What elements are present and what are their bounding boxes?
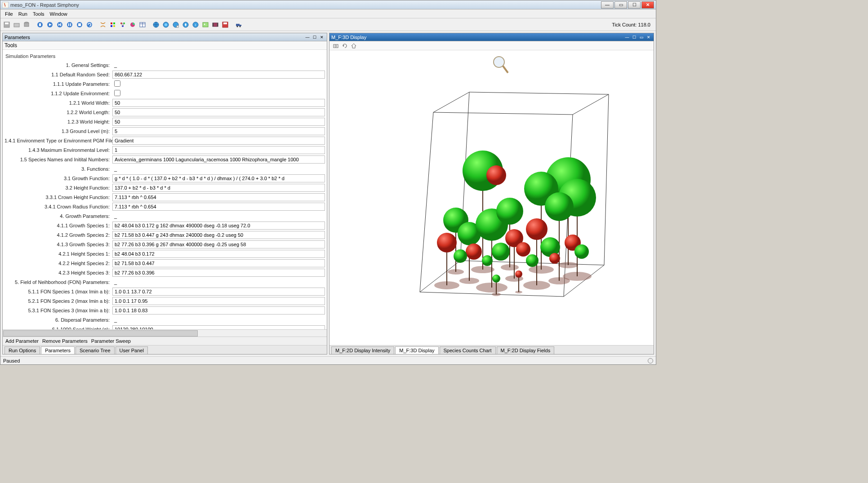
panel-close-icon[interactable]: ✕ <box>319 34 325 40</box>
param-label: 1.3 Ground Level (m): <box>4 129 112 134</box>
param-input[interactable] <box>112 222 325 230</box>
param-row: 1.1 Default Random Seed: <box>4 70 325 79</box>
panel-maximize-icon[interactable]: ☐ <box>631 34 637 40</box>
param-input[interactable] <box>112 174 325 182</box>
panel-restore-icon[interactable]: ▭ <box>638 34 645 40</box>
home-icon[interactable] <box>349 41 358 50</box>
tab-parameters[interactable]: Parameters <box>41 346 75 354</box>
video-icon[interactable] <box>211 20 220 29</box>
globe-icon-2[interactable] <box>161 20 170 29</box>
table-icon[interactable] <box>138 20 147 29</box>
panel-maximize-icon[interactable]: ☐ <box>312 34 318 40</box>
svg-point-52 <box>240 26 241 27</box>
chart-icon[interactable] <box>128 20 137 29</box>
remove-parameters-link[interactable]: Remove Parameters <box>42 338 88 344</box>
tab-scenario-tree[interactable]: Scenario Tree <box>76 346 114 354</box>
panel-close-icon[interactable]: ✕ <box>645 34 652 40</box>
stop-icon[interactable] <box>75 20 84 29</box>
step-icon[interactable] <box>55 20 64 29</box>
pause-icon[interactable] <box>65 20 74 29</box>
menu-file[interactable]: File <box>2 10 16 18</box>
minimize-button[interactable]: — <box>601 1 614 9</box>
play-icon[interactable] <box>45 20 54 29</box>
param-input[interactable] <box>112 203 325 211</box>
param-input[interactable] <box>112 250 325 258</box>
param-input[interactable] <box>112 259 325 267</box>
open-icon[interactable] <box>12 20 21 29</box>
tab-user-panel[interactable]: User Panel <box>116 346 148 354</box>
globe-icon-1[interactable] <box>151 20 160 29</box>
param-label: 1.1 Default Random Seed: <box>4 72 112 77</box>
param-input[interactable] <box>112 240 325 248</box>
svg-rect-48 <box>223 22 227 24</box>
param-input[interactable] <box>112 108 325 116</box>
tool-icon-2[interactable] <box>108 20 117 29</box>
param-input[interactable] <box>112 193 325 201</box>
param-input[interactable] <box>112 127 325 135</box>
disk-icon[interactable] <box>221 20 230 29</box>
globe-icon-5[interactable]: i <box>191 20 200 29</box>
param-row: 4.1.3 Growth Species 3: <box>4 240 325 249</box>
panel-minimize-icon[interactable]: — <box>304 34 311 40</box>
svg-point-109 <box>516 242 530 257</box>
svg-rect-17 <box>78 23 81 26</box>
param-input[interactable] <box>112 184 325 192</box>
param-input[interactable] <box>112 146 325 154</box>
tab-species-counts[interactable]: Species Counts Chart <box>440 346 496 354</box>
svg-point-13 <box>67 22 72 27</box>
param-input[interactable] <box>112 325 325 329</box>
param-label: 5.2.1 FON Species 2 (Imax Imin a b): <box>4 298 112 304</box>
param-input[interactable] <box>112 137 325 145</box>
save-icon[interactable] <box>2 20 11 29</box>
parameter-sweep-link[interactable]: Parameter Sweep <box>91 338 131 344</box>
param-input[interactable] <box>112 155 325 164</box>
param-label: 6. Dispersal Parameters: <box>4 317 112 323</box>
param-label: 4.2.3 Height Species 3: <box>4 270 112 275</box>
globe-icon-3[interactable] <box>171 20 180 29</box>
add-parameter-link[interactable]: Add Parameter <box>5 338 39 344</box>
param-row: 3. Functions:_ <box>4 164 325 173</box>
param-static: _ <box>112 317 325 323</box>
tab-2d-intensity[interactable]: M_F:2D Display Intensity <box>331 346 394 354</box>
menu-tools[interactable]: Tools <box>30 10 47 18</box>
param-input[interactable] <box>112 306 325 315</box>
panel-minimize-icon[interactable]: — <box>624 34 630 40</box>
init-icon[interactable] <box>36 20 45 29</box>
restore-button[interactable]: ▭ <box>614 1 627 9</box>
param-input[interactable] <box>112 118 325 126</box>
tool-icon-3[interactable] <box>118 20 127 29</box>
param-input[interactable] <box>112 71 325 79</box>
param-input[interactable] <box>112 99 325 107</box>
param-input[interactable] <box>112 297 325 305</box>
tab-3d-display[interactable]: M_F:3D Display <box>395 346 438 354</box>
parameters-scroll[interactable]: Simulation Parameters 1. General Setting… <box>3 50 327 329</box>
param-input[interactable] <box>112 231 325 239</box>
tab-2d-fields[interactable]: M_F:2D Display Fields <box>497 346 555 354</box>
display-3d-view[interactable] <box>329 50 654 345</box>
display-toolbar <box>329 41 654 50</box>
maximize-button[interactable]: ☐ <box>628 1 641 9</box>
camera-icon[interactable] <box>331 41 340 50</box>
param-checkbox[interactable] <box>114 90 120 96</box>
param-input[interactable] <box>112 269 325 277</box>
menu-window[interactable]: Window <box>47 10 70 18</box>
tab-run-options[interactable]: Run Options <box>4 346 40 354</box>
truck-icon[interactable] <box>234 20 243 29</box>
param-static: _ <box>112 279 325 285</box>
param-input[interactable] <box>112 288 325 296</box>
horizontal-scrollbar[interactable] <box>3 329 327 337</box>
menu-run[interactable]: Run <box>16 10 30 18</box>
param-checkbox[interactable] <box>114 80 120 87</box>
tool-icon-1[interactable] <box>98 20 107 29</box>
param-row: 3.4.1 Crown Radius Function: <box>4 202 325 211</box>
database-icon[interactable] <box>22 20 31 29</box>
svg-rect-37 <box>177 26 178 27</box>
image-icon[interactable] <box>201 20 210 29</box>
param-label: 4.2.2 Height Species 2: <box>4 261 112 266</box>
refresh-icon[interactable] <box>340 41 349 50</box>
parameters-panel: Parameters — ☐ ✕ Tools Simulation Parame… <box>2 33 327 354</box>
reset-icon[interactable] <box>85 20 94 29</box>
globe-icon-4[interactable] <box>181 20 190 29</box>
close-button[interactable]: ✕ <box>641 1 654 9</box>
param-row: 3.1 Growth Function: <box>4 174 325 183</box>
